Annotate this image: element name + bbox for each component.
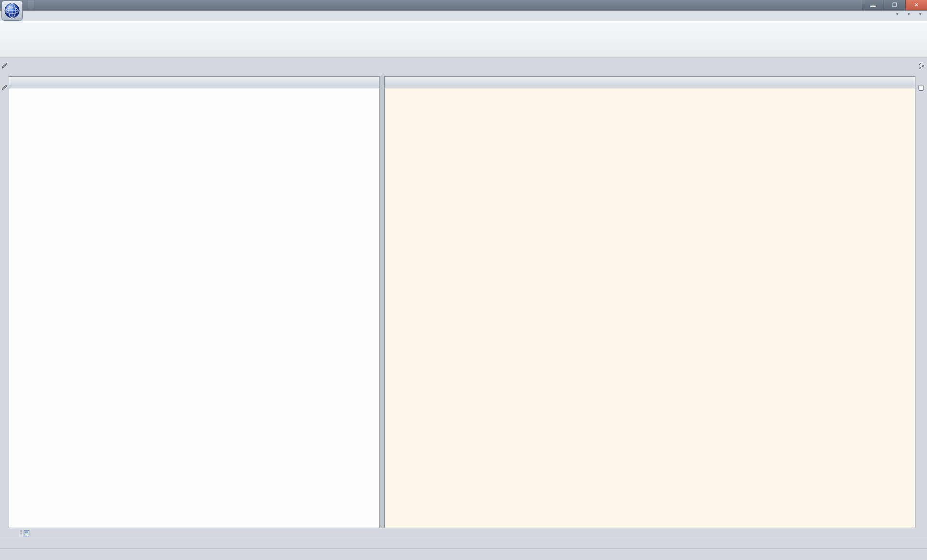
model-3d-drawing	[9, 88, 379, 528]
minimize-button[interactable]: ▬	[862, 0, 884, 10]
edit-properties-icon-2[interactable]	[1, 84, 8, 93]
structure-icon[interactable]	[918, 63, 925, 71]
right-dock-strip	[915, 58, 927, 529]
dock-row	[0, 529, 927, 537]
menu-row: ▼ ▼ ▼	[0, 11, 927, 21]
model-3d-viewport[interactable]	[9, 88, 379, 528]
window-controls: ▬ ❐ ✕	[862, 0, 927, 10]
section-viewport[interactable]	[385, 88, 915, 528]
left-view-pane	[9, 76, 379, 528]
service-info-icon	[24, 530, 29, 536]
right-pane-tabbar	[385, 77, 915, 88]
menu-right: ▼ ▼ ▼	[889, 12, 922, 16]
dock-grip[interactable]	[20, 531, 22, 535]
app-logo[interactable]	[1, 0, 23, 21]
close-button[interactable]: ✕	[905, 0, 927, 10]
pane-splitter[interactable]	[379, 76, 384, 528]
quick-access-toolbar	[28, 0, 34, 10]
workspace	[0, 58, 927, 529]
left-pane-tabbar	[9, 77, 379, 88]
sapfir-globe-icon	[3, 2, 21, 19]
status-bar	[0, 548, 927, 560]
edit-properties-icon[interactable]	[1, 63, 8, 71]
right-view-pane	[384, 76, 915, 528]
section-drawing	[385, 88, 915, 528]
left-dock-strip	[0, 58, 9, 529]
views-icon[interactable]	[918, 84, 925, 93]
ribbon	[0, 21, 927, 58]
bottom-toolbar	[0, 537, 927, 548]
title-bar: ▬ ❐ ✕	[0, 0, 927, 11]
restore-button[interactable]: ❐	[884, 0, 905, 10]
